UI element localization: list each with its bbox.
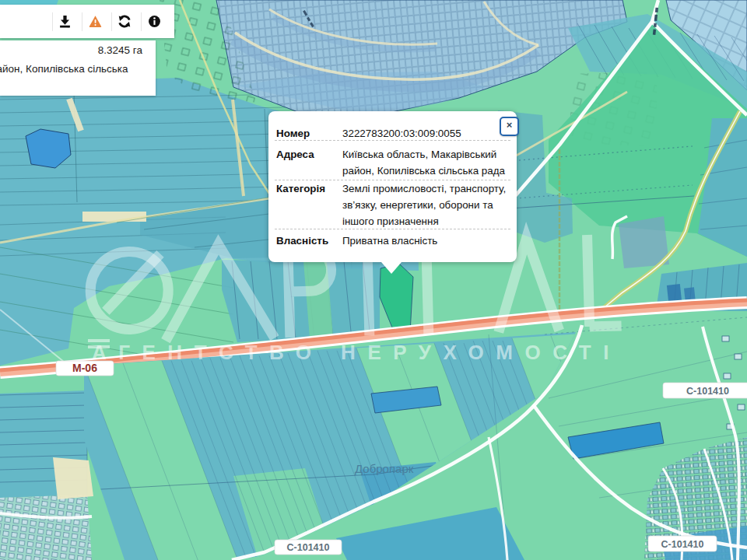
svg-text:С-101410: С-101410 <box>661 539 704 550</box>
svg-text:АГЕНТСТВО НЕРУХОМОСТІ: АГЕНТСТВО НЕРУХОМОСТІ <box>92 341 621 364</box>
svg-text:Добропарк: Добропарк <box>355 462 414 475</box>
svg-text:С-101410: С-101410 <box>686 386 729 397</box>
svg-text:М-06: М-06 <box>72 362 97 374</box>
svg-text:С-101410: С-101410 <box>287 542 330 553</box>
